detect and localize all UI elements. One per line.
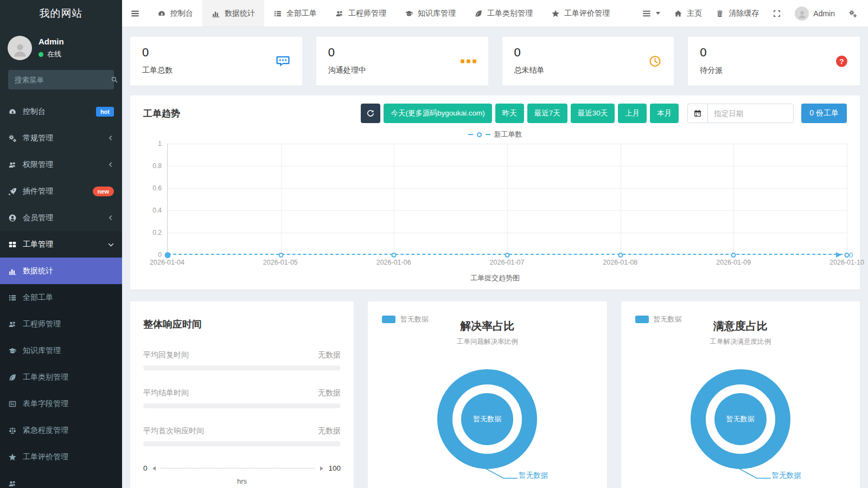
pie-subtitle: 工单解决满意度比例: [634, 337, 847, 346]
sidebar-search[interactable]: [8, 70, 114, 89]
trend-toolbar: 今天(更多源码bygoukai.com) 昨天 最近7天 最近30天 上月 本月…: [361, 104, 847, 123]
expand-icon: [773, 9, 781, 18]
comment-dots-icon: [276, 54, 290, 69]
chevron-left-icon: [108, 215, 114, 221]
users-icon: [8, 160, 17, 169]
calendar-addon[interactable]: [687, 104, 708, 123]
sidebar-subitem-all-tickets[interactable]: 全部工单: [0, 284, 122, 311]
graduation-cap-icon: [405, 9, 413, 18]
ellipsis-icon: [461, 60, 476, 63]
gauge-icon: [8, 107, 17, 116]
settings-button[interactable]: [848, 9, 857, 18]
user-status: 在线: [39, 49, 64, 59]
sidebar-subitem-ratings[interactable]: 工单评价管理: [0, 444, 122, 470]
leaf-icon: [474, 9, 483, 18]
hamburger-icon: [130, 9, 140, 18]
stat-cards: 0 工单总数 0 沟通处理中 0 总未结单 0 待分派: [130, 37, 860, 86]
top-navbar: 控制台 数据统计 全部工单 工程师管理 知识库管理 工单类别管理: [122, 0, 868, 27]
sidebar-item-members[interactable]: 会员管理: [0, 204, 122, 231]
sidebar-item-plugins[interactable]: 插件管理 new: [0, 178, 122, 204]
sidebar-subitem-partial[interactable]: [0, 470, 122, 488]
sidebar-toggle-button[interactable]: [122, 0, 148, 27]
scale-unit: hrs: [143, 477, 341, 485]
tab-knowledge[interactable]: 知识库管理: [395, 0, 465, 27]
avatar: [8, 36, 32, 60]
brand-title: 我的网站: [0, 0, 122, 27]
sidebar-subitem-form-fields[interactable]: 表单字段管理: [0, 390, 122, 417]
list-icon: [273, 9, 282, 18]
user-panel: Admin 在线: [0, 27, 122, 67]
sidebar-subitem-statistics[interactable]: 数据统计: [0, 258, 122, 284]
callout-line-icon: [472, 463, 521, 488]
tab-engineers[interactable]: 工程师管理: [326, 0, 395, 27]
tab-statistics[interactable]: 数据统计: [202, 0, 264, 27]
grid-icon: [8, 240, 17, 249]
last-month-button[interactable]: 上月: [618, 104, 647, 123]
navbar-right: 主页 清除缓存 Admin: [642, 0, 868, 27]
sidebar-subitem-categories[interactable]: 工单类别管理: [0, 364, 122, 390]
refresh-button[interactable]: [361, 104, 380, 123]
today-button[interactable]: 今天(更多源码bygoukai.com): [384, 104, 492, 123]
this-month-button[interactable]: 本月: [650, 104, 679, 123]
sidebar-item-general[interactable]: 常规管理: [0, 125, 122, 151]
new-badge: new: [93, 187, 114, 196]
callout-line-icon: [725, 463, 774, 488]
pie-legend[interactable]: 暂无数据: [635, 314, 682, 324]
question-circle-icon: [835, 55, 848, 68]
date-input[interactable]: [708, 104, 794, 123]
tab-dashboard[interactable]: 控制台: [148, 0, 202, 27]
stat-card-total: 0 工单总数: [130, 37, 302, 86]
bottom-row: 整体响应时间 平均回复时间无数据 平均结单时间无数据 平均首次响应时间无数据 0…: [130, 301, 860, 488]
search-icon[interactable]: [111, 76, 118, 84]
user-menu[interactable]: Admin: [795, 7, 835, 21]
users-icon: [8, 320, 17, 329]
home-link[interactable]: 主页: [674, 9, 702, 18]
tab-ratings[interactable]: 工单评价管理: [542, 0, 619, 27]
data-point: [505, 253, 510, 258]
sidebar-item-workorders[interactable]: 工单管理: [0, 231, 122, 258]
balance-scale-icon: [8, 426, 17, 435]
legend-label: 新工单数: [494, 130, 522, 139]
ticket-count-button[interactable]: 0 份工单: [801, 104, 847, 123]
tabs-dropdown-button[interactable]: [642, 9, 660, 18]
pie-legend[interactable]: 暂无数据: [382, 314, 429, 324]
form-icon: [8, 400, 17, 408]
sidebar-subitem-engineers[interactable]: 工程师管理: [0, 311, 122, 337]
star-icon: [551, 9, 560, 18]
sidebar-subitem-urgency[interactable]: 紧急程度管理: [0, 417, 122, 444]
data-point: [165, 252, 171, 258]
trash-icon: [716, 9, 724, 18]
stack-menu-icon: [642, 9, 652, 18]
sidebar-item-permission[interactable]: 权限管理: [0, 151, 122, 178]
tab-categories[interactable]: 工单类别管理: [465, 0, 542, 27]
bar-chart-icon: [8, 267, 17, 275]
donut-center-label: 暂无数据: [461, 393, 513, 445]
sidebar-item-dashboard[interactable]: 控制台 hot: [0, 98, 122, 125]
search-input[interactable]: [15, 76, 111, 84]
line-chart: 1 0.8 0.6 0.4 0.2 0: [143, 144, 847, 255]
trend-card: 工单趋势 今天(更多源码bygoukai.com) 昨天 最近7天 最近30天 …: [130, 95, 860, 290]
stat-card-processing: 0 沟通处理中: [316, 37, 488, 86]
clock-icon: [648, 55, 662, 68]
users-icon: [8, 479, 17, 488]
gears-icon: [848, 9, 857, 18]
data-point: [618, 253, 623, 258]
progress-track: [143, 403, 341, 408]
date-picker-group: [687, 104, 794, 123]
users-icon: [335, 9, 344, 18]
sidebar-subitem-knowledge[interactable]: 知识库管理: [0, 337, 122, 364]
avatar: [795, 7, 809, 21]
online-dot-icon: [39, 52, 43, 57]
response-time-card: 整体响应时间 平均回复时间无数据 平均结单时间无数据 平均首次响应时间无数据 0…: [130, 301, 354, 488]
chart-legend[interactable]: 新工单数: [143, 130, 847, 139]
last7-button[interactable]: 最近7天: [527, 104, 567, 123]
fullscreen-button[interactable]: [773, 9, 781, 18]
sidebar: 我的网站 Admin 在线 控制台 hot 常规管理 权限管理 插件管理: [0, 0, 122, 488]
last30-button[interactable]: 最近30天: [571, 104, 615, 123]
yesterday-button[interactable]: 昨天: [495, 104, 524, 123]
stat-card-pending: 0 待分派: [688, 37, 860, 86]
clear-cache-link[interactable]: 清除缓存: [716, 9, 759, 18]
pie-subtitle: 工单问题解决率比例: [381, 337, 594, 346]
tab-all-tickets[interactable]: 全部工单: [264, 0, 326, 27]
y-axis-labels: 1 0.8 0.6 0.4 0.2 0: [143, 144, 167, 255]
